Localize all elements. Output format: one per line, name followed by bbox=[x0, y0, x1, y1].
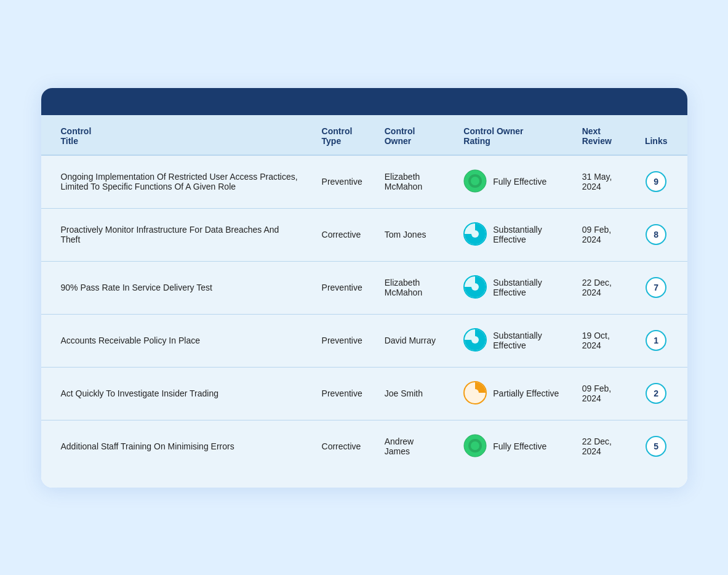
rating-icon bbox=[463, 222, 487, 247]
link-badge[interactable]: 9 bbox=[646, 171, 666, 192]
col-rating: Control OwnerRating bbox=[452, 115, 570, 155]
cell-title: Additional Staff Training On Minimising … bbox=[41, 420, 311, 473]
link-badge[interactable]: 8 bbox=[646, 224, 666, 245]
cell-review: 19 Oct, 2024 bbox=[571, 314, 634, 367]
cell-links[interactable]: 9 bbox=[634, 155, 687, 209]
cell-links[interactable]: 1 bbox=[634, 314, 687, 367]
table-row: 90% Pass Rate In Service Delivery Test P… bbox=[41, 261, 687, 314]
cell-type: Preventive bbox=[311, 261, 374, 314]
rating-icon bbox=[463, 169, 487, 195]
col-title: ControlTitle bbox=[41, 115, 311, 155]
cell-links[interactable]: 8 bbox=[634, 208, 687, 261]
link-badge[interactable]: 2 bbox=[646, 383, 666, 404]
cell-type: Corrective bbox=[311, 208, 374, 261]
svg-point-4 bbox=[471, 230, 479, 238]
cell-rating: Substantially Effective bbox=[452, 314, 570, 367]
table-header: ControlTitle ControlType ControlOwner Co… bbox=[41, 115, 687, 155]
table-row: Ongoing Implementation Of Restricted Use… bbox=[41, 155, 687, 209]
svg-point-2 bbox=[471, 177, 479, 185]
cell-review: 09 Feb, 2024 bbox=[571, 367, 634, 420]
control-table: ControlTitle ControlType ControlOwner Co… bbox=[41, 115, 687, 473]
cell-owner: Andrew James bbox=[374, 420, 453, 473]
cell-review: 09 Feb, 2024 bbox=[571, 208, 634, 261]
rating-icon bbox=[463, 381, 487, 406]
cell-owner: Tom Jones bbox=[374, 208, 453, 261]
cell-review: 22 Dec, 2024 bbox=[571, 420, 634, 473]
table-row: Accounts Receivable Policy In Place Prev… bbox=[41, 314, 687, 367]
rating-label: Partially Effective bbox=[493, 388, 559, 398]
control-register-card: ControlTitle ControlType ControlOwner Co… bbox=[41, 88, 687, 488]
col-type: ControlType bbox=[311, 115, 374, 155]
rating-label: Fully Effective bbox=[493, 441, 546, 451]
cell-review: 22 Dec, 2024 bbox=[571, 261, 634, 314]
table-body: Ongoing Implementation Of Restricted Use… bbox=[41, 155, 687, 473]
cell-title: Act Quickly To Investigate Insider Tradi… bbox=[41, 367, 311, 420]
rating-label: Substantially Effective bbox=[493, 225, 559, 244]
svg-point-10 bbox=[471, 389, 479, 396]
cell-rating: Fully Effective bbox=[452, 155, 570, 209]
cell-type: Corrective bbox=[311, 420, 374, 473]
col-owner: ControlOwner bbox=[374, 115, 453, 155]
cell-owner: David Murray bbox=[374, 314, 453, 367]
cell-owner: Elizabeth McMahon bbox=[374, 155, 453, 209]
cell-title: Accounts Receivable Policy In Place bbox=[41, 314, 311, 367]
rating-label: Substantially Effective bbox=[493, 278, 559, 297]
cell-title: Proactively Monitor Infrastructure For D… bbox=[41, 208, 311, 261]
col-links: Links bbox=[634, 115, 687, 155]
rating-label: Fully Effective bbox=[493, 177, 546, 187]
table-wrapper: ControlTitle ControlType ControlOwner Co… bbox=[41, 115, 687, 488]
cell-title: Ongoing Implementation Of Restricted Use… bbox=[41, 155, 311, 209]
rating-icon bbox=[463, 328, 487, 353]
link-badge[interactable]: 5 bbox=[646, 436, 666, 457]
cell-type: Preventive bbox=[311, 314, 374, 367]
cell-type: Preventive bbox=[311, 367, 374, 420]
cell-title: 90% Pass Rate In Service Delivery Test bbox=[41, 261, 311, 314]
cell-links[interactable]: 5 bbox=[634, 420, 687, 473]
cell-links[interactable]: 7 bbox=[634, 261, 687, 314]
svg-point-8 bbox=[471, 336, 479, 344]
table-row: Act Quickly To Investigate Insider Tradi… bbox=[41, 367, 687, 420]
rating-label: Substantially Effective bbox=[493, 331, 559, 350]
cell-owner: Elizabeth McMahon bbox=[374, 261, 453, 314]
cell-rating: Substantially Effective bbox=[452, 261, 570, 314]
cell-rating: Partially Effective bbox=[452, 367, 570, 420]
link-badge[interactable]: 7 bbox=[646, 277, 666, 298]
cell-owner: Joe Smith bbox=[374, 367, 453, 420]
cell-rating: Substantially Effective bbox=[452, 208, 570, 261]
col-review: NextReview bbox=[571, 115, 634, 155]
svg-point-13 bbox=[471, 441, 479, 450]
cell-review: 31 May, 2024 bbox=[571, 155, 634, 209]
link-badge[interactable]: 1 bbox=[646, 330, 666, 351]
rating-icon bbox=[463, 275, 487, 300]
card-header bbox=[41, 88, 687, 115]
svg-point-6 bbox=[471, 283, 479, 291]
cell-type: Preventive bbox=[311, 155, 374, 209]
rating-icon bbox=[463, 434, 487, 459]
cell-links[interactable]: 2 bbox=[634, 367, 687, 420]
table-row: Additional Staff Training On Minimising … bbox=[41, 420, 687, 473]
cell-rating: Fully Effective bbox=[452, 420, 570, 473]
table-row: Proactively Monitor Infrastructure For D… bbox=[41, 208, 687, 261]
